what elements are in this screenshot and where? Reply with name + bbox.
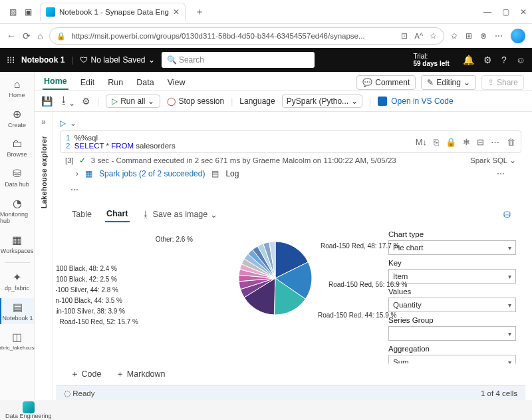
run-cell-button[interactable]: ▷ (60, 118, 66, 128)
menu-home[interactable]: Home (43, 74, 68, 90)
share-button[interactable]: ⇪Share (481, 75, 524, 90)
pie-label: Road-150 Red, 56: 16.9 % (329, 281, 407, 288)
home-button[interactable]: ⌂ (37, 31, 43, 41)
stop-session-button[interactable]: ◯Stop session (167, 97, 224, 106)
sensitivity-label[interactable]: 🛡 No labelSaved ⌄ (80, 55, 154, 65)
expand-spark-icon[interactable]: › (76, 169, 78, 178)
nav-workspaces[interactable]: ▦Workspaces (0, 231, 34, 257)
data-engineering-icon (23, 401, 35, 413)
lock-icon: 🔒 (57, 32, 66, 41)
comment-icon: 💬 (362, 78, 372, 87)
log-link[interactable]: Log (225, 169, 239, 178)
lock-icon[interactable]: 🔒 (446, 137, 456, 147)
chart-type-select[interactable]: Pie chart▾ (388, 240, 516, 255)
new-tab-button[interactable]: ＋ (191, 6, 208, 18)
reader-icon[interactable]: ⊡ (401, 31, 408, 41)
monitor-icon: ◔ (13, 197, 22, 210)
trash-icon[interactable]: 🗑 (507, 137, 515, 147)
spark-icon: ▦ (85, 169, 92, 178)
back-button[interactable]: ← (7, 31, 16, 41)
chevron-down-icon: ⌄ (210, 210, 217, 220)
text-size-icon[interactable]: Aᴬ (414, 31, 423, 41)
vis-tab-chart[interactable]: Chart (105, 206, 130, 222)
code-cell[interactable]: 1 %%sql 2 SELECT * FROM salesorders M↓ ⎘… (60, 130, 521, 153)
tabs-icon[interactable]: ▣ (25, 7, 32, 17)
help-icon[interactable]: ? (501, 55, 507, 65)
collections-icon[interactable]: ⊞ (466, 31, 472, 41)
nav-browse[interactable]: 🗀Browse (0, 135, 34, 160)
lakehouse-explorer-label[interactable]: Lakehouse explorer (40, 136, 48, 208)
open-vscode-button[interactable]: Open in VS Code (378, 97, 453, 106)
menu-run[interactable]: Run (106, 75, 124, 90)
search-icon: 🔍 (167, 55, 177, 65)
settings-icon[interactable]: ⚙ (82, 96, 90, 106)
freeze-icon[interactable]: ❄ (463, 137, 470, 147)
nav-datahub[interactable]: ⛁Data hub (0, 164, 34, 190)
copy-icon[interactable]: ⎘ (434, 137, 439, 147)
nav-monitoring[interactable]: ◔Monitoring hub (0, 194, 34, 227)
add-markdown-cell[interactable]: ＋ Markdown (116, 369, 165, 380)
data-wrangler-icon[interactable]: ⛁ (503, 210, 511, 220)
nav-home[interactable]: ⌂Home (0, 76, 34, 101)
experience-switcher[interactable]: Data Engineering (5, 401, 52, 419)
more-icon[interactable]: ⋯ (495, 31, 503, 41)
values-select[interactable]: Quantity▾ (388, 298, 516, 312)
aggregation-select[interactable]: Sum▾ (388, 355, 516, 363)
close-window-icon[interactable]: ✕ (520, 7, 527, 17)
vscode-icon (378, 97, 387, 106)
save-as-image-button[interactable]: ⭳Save as image⌄ (142, 210, 218, 220)
editing-mode-button[interactable]: ✎Editing⌄ (421, 75, 476, 90)
chevron-down-icon: ▾ (508, 302, 511, 309)
more-icon[interactable]: ⋯ (497, 169, 505, 178)
cube-icon: ▧ (9, 7, 17, 17)
notebook-name[interactable]: Notebook 1 (21, 55, 65, 65)
nav-workspace-item[interactable]: ✦dp_fabric (0, 268, 34, 294)
browser-tab[interactable]: Notebook 1 - Synapse Data Eng ✕ (40, 3, 186, 21)
chevron-down-icon: ⌄ (148, 55, 155, 65)
menu-edit[interactable]: Edit (79, 75, 96, 90)
shield-icon: 🛡 (80, 55, 88, 65)
feedback-icon[interactable]: ☺ (516, 55, 525, 65)
minimize-icon[interactable]: — (483, 7, 491, 17)
address-bar[interactable]: 🔒 https://msit.powerbi.com/groups/0130d3… (49, 27, 444, 45)
collapse-icon[interactable]: ⊟ (477, 137, 484, 147)
spark-jobs-link[interactable]: Spark jobs (2 of 2 succeeded) (99, 169, 205, 178)
language-label: Language (239, 97, 275, 106)
extensions-icon[interactable]: ⊗ (480, 31, 487, 41)
nav-notebook[interactable]: ▤Notebook 1 (0, 298, 34, 324)
pie-label: Mountain-100 Silver, 38: 3.9 % (56, 308, 125, 315)
key-select[interactable]: Item▾ (388, 269, 516, 284)
star-icon[interactable]: ☆ (430, 31, 437, 41)
bell-icon[interactable]: 🔔 (463, 55, 474, 65)
nav-create[interactable]: ⊕Create (0, 105, 34, 131)
close-icon[interactable]: ✕ (173, 7, 180, 17)
bing-icon[interactable] (511, 29, 525, 43)
markdown-toggle-icon[interactable]: M↓ (416, 137, 427, 147)
run-all-button[interactable]: ▷Run all⌄ (106, 95, 160, 108)
menu-view[interactable]: View (166, 75, 187, 90)
download-icon[interactable]: ⭳⌄ (59, 95, 75, 108)
menu-data[interactable]: Data (135, 75, 155, 90)
pie-label: Mountain-100 Black, 42: 2.5 % (56, 276, 117, 283)
play-icon: ▷ (112, 97, 118, 106)
chevron-down-icon[interactable]: ⌄ (70, 118, 76, 128)
refresh-button[interactable]: ⟳ (23, 31, 31, 41)
save-icon[interactable]: 💾 (41, 96, 53, 106)
pie-label: Mountain-100 Black, 44: 3.5 % (56, 297, 122, 304)
app-launcher-icon[interactable]: ⁝⁝⁝ (7, 55, 15, 65)
maximize-icon[interactable]: ▢ (502, 7, 509, 17)
vis-tab-table[interactable]: Table (70, 207, 93, 222)
cell-language-badge[interactable]: Spark SQL ⌄ (470, 156, 516, 165)
more-icon[interactable]: ⋯ (56, 180, 525, 200)
comment-button[interactable]: 💬Comment (356, 75, 416, 90)
series-group-select[interactable]: ▾ (388, 326, 516, 341)
nav-lakehouse[interactable]: ◫fabric_lakehouse (0, 328, 34, 353)
expand-explorer-icon[interactable]: » (41, 117, 46, 126)
gear-icon[interactable]: ⚙ (483, 55, 492, 65)
browse-icon: 🗀 (12, 138, 23, 150)
language-select[interactable]: PySpark (Pytho...⌄ (282, 95, 362, 108)
more-icon[interactable]: ⋯ (491, 137, 500, 147)
add-code-cell[interactable]: ＋ Code (70, 369, 101, 380)
favorites-icon[interactable]: ✩ (451, 31, 458, 41)
search-input[interactable]: 🔍 Search (162, 52, 315, 68)
